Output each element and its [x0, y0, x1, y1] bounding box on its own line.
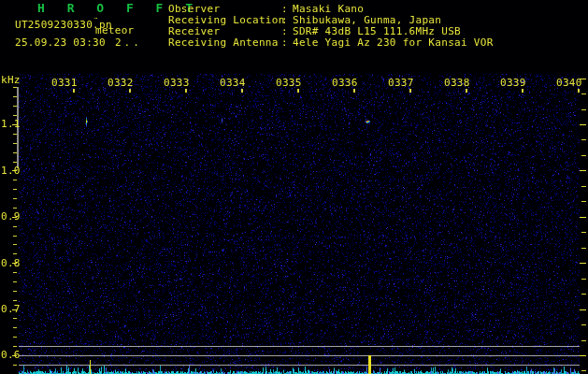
spectrogram-canvas	[0, 0, 588, 374]
time-tick-label-0335: 0335	[276, 78, 302, 88]
time-tick-label-0338: 0338	[444, 78, 470, 88]
time-tick-label-0339: 0339	[500, 78, 526, 88]
freq-tick-label-0-7: 0.7	[1, 304, 21, 314]
info-separator: :	[281, 15, 288, 25]
hrofft-window: H R O F F T UT2509230330.pn ¨ meteor 25.…	[0, 0, 588, 374]
info-separator: :	[281, 37, 288, 48]
info-separator: :	[281, 4, 288, 14]
freq-axis-unit: kHz	[1, 75, 21, 85]
info-value-receiver: SDR# 43dB L15 111.6MHz USB	[293, 26, 461, 36]
time-tick-label-0332: 0332	[108, 78, 134, 88]
info-label-receiver: Receiver	[168, 26, 220, 36]
info-separator: :	[281, 26, 288, 36]
filename-overlay: meteor	[95, 25, 135, 36]
freq-tick-label-1-1: 1.1	[1, 119, 21, 129]
time-tick-label-0340: 0340	[556, 78, 582, 88]
info-label-observer: Observer	[168, 4, 220, 14]
freq-tick-label-1-0: 1.0	[1, 165, 21, 176]
datetime: 25.09.23 03:30	[15, 37, 106, 48]
info-value-observer: Masaki Kano	[293, 4, 364, 14]
info-label-antenna: Receiving Antenna	[168, 37, 279, 48]
freq-tick-label-0-8: 0.8	[1, 258, 21, 268]
freq-tick-label-0-6: 0.6	[1, 350, 21, 360]
info-value-location: Shibukawa, Gunma, Japan	[293, 15, 441, 25]
info-value-antenna: 4ele Yagi Az 230 for Kansai VOR	[293, 37, 494, 48]
time-tick-label-0333: 0333	[164, 78, 190, 88]
time-tick-label-0337: 0337	[388, 78, 414, 88]
time-tick-label-0334: 0334	[220, 78, 246, 88]
time-tick-label-0331: 0331	[51, 78, 78, 88]
freq-tick-label-0-9: 0.9	[1, 211, 21, 222]
info-label-location: Receiving Location	[168, 15, 285, 25]
time-tick-label-0336: 0336	[332, 78, 358, 88]
counter: 2..	[115, 37, 142, 48]
